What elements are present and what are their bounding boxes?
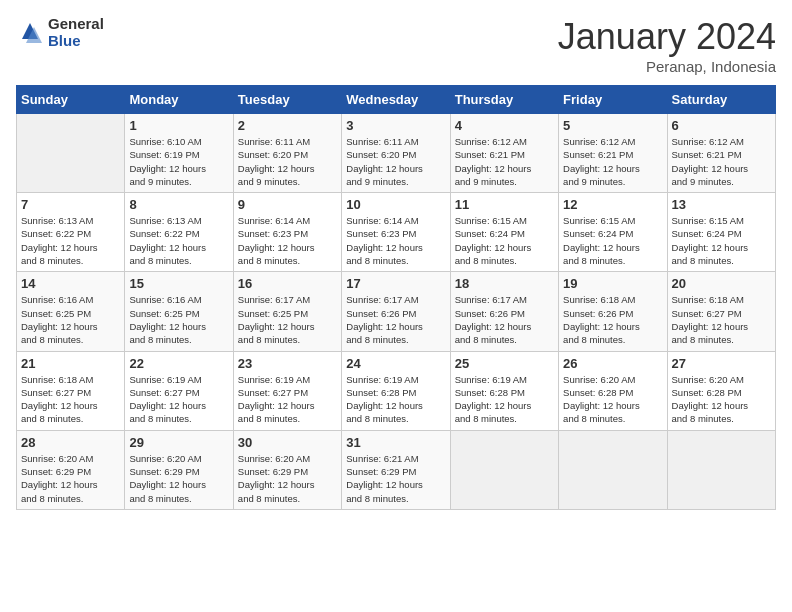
day-number: 19 [563,276,662,291]
weekday-header-monday: Monday [125,86,233,114]
day-number: 27 [672,356,771,371]
day-info: Sunrise: 6:15 AMSunset: 6:24 PMDaylight:… [672,214,771,267]
calendar-cell: 10Sunrise: 6:14 AMSunset: 6:23 PMDayligh… [342,193,450,272]
day-info: Sunrise: 6:16 AMSunset: 6:25 PMDaylight:… [21,293,120,346]
calendar-cell: 8Sunrise: 6:13 AMSunset: 6:22 PMDaylight… [125,193,233,272]
day-number: 3 [346,118,445,133]
subtitle: Peranap, Indonesia [558,58,776,75]
calendar-cell: 13Sunrise: 6:15 AMSunset: 6:24 PMDayligh… [667,193,775,272]
weekday-header-sunday: Sunday [17,86,125,114]
calendar-cell: 12Sunrise: 6:15 AMSunset: 6:24 PMDayligh… [559,193,667,272]
day-number: 28 [21,435,120,450]
day-info: Sunrise: 6:11 AMSunset: 6:20 PMDaylight:… [238,135,337,188]
day-info: Sunrise: 6:18 AMSunset: 6:26 PMDaylight:… [563,293,662,346]
calendar-week-row: 28Sunrise: 6:20 AMSunset: 6:29 PMDayligh… [17,430,776,509]
calendar-cell: 1Sunrise: 6:10 AMSunset: 6:19 PMDaylight… [125,114,233,193]
calendar-cell: 17Sunrise: 6:17 AMSunset: 6:26 PMDayligh… [342,272,450,351]
day-info: Sunrise: 6:20 AMSunset: 6:29 PMDaylight:… [238,452,337,505]
day-number: 22 [129,356,228,371]
calendar-cell: 27Sunrise: 6:20 AMSunset: 6:28 PMDayligh… [667,351,775,430]
day-info: Sunrise: 6:15 AMSunset: 6:24 PMDaylight:… [563,214,662,267]
day-number: 26 [563,356,662,371]
day-info: Sunrise: 6:14 AMSunset: 6:23 PMDaylight:… [346,214,445,267]
calendar-cell: 21Sunrise: 6:18 AMSunset: 6:27 PMDayligh… [17,351,125,430]
day-info: Sunrise: 6:12 AMSunset: 6:21 PMDaylight:… [455,135,554,188]
calendar-cell [667,430,775,509]
calendar-cell: 22Sunrise: 6:19 AMSunset: 6:27 PMDayligh… [125,351,233,430]
day-number: 24 [346,356,445,371]
day-number: 15 [129,276,228,291]
calendar-cell: 23Sunrise: 6:19 AMSunset: 6:27 PMDayligh… [233,351,341,430]
calendar-cell: 18Sunrise: 6:17 AMSunset: 6:26 PMDayligh… [450,272,558,351]
day-number: 18 [455,276,554,291]
weekday-header-friday: Friday [559,86,667,114]
day-number: 30 [238,435,337,450]
day-info: Sunrise: 6:20 AMSunset: 6:28 PMDaylight:… [563,373,662,426]
day-info: Sunrise: 6:20 AMSunset: 6:29 PMDaylight:… [21,452,120,505]
logo-icon [16,19,44,47]
calendar-cell: 25Sunrise: 6:19 AMSunset: 6:28 PMDayligh… [450,351,558,430]
weekday-header-thursday: Thursday [450,86,558,114]
month-title: January 2024 [558,16,776,58]
calendar-week-row: 7Sunrise: 6:13 AMSunset: 6:22 PMDaylight… [17,193,776,272]
calendar-week-row: 1Sunrise: 6:10 AMSunset: 6:19 PMDaylight… [17,114,776,193]
day-info: Sunrise: 6:12 AMSunset: 6:21 PMDaylight:… [563,135,662,188]
day-number: 9 [238,197,337,212]
calendar-cell: 11Sunrise: 6:15 AMSunset: 6:24 PMDayligh… [450,193,558,272]
calendar-cell: 9Sunrise: 6:14 AMSunset: 6:23 PMDaylight… [233,193,341,272]
calendar-cell: 24Sunrise: 6:19 AMSunset: 6:28 PMDayligh… [342,351,450,430]
day-number: 4 [455,118,554,133]
calendar-cell: 28Sunrise: 6:20 AMSunset: 6:29 PMDayligh… [17,430,125,509]
calendar-cell: 31Sunrise: 6:21 AMSunset: 6:29 PMDayligh… [342,430,450,509]
calendar-cell: 26Sunrise: 6:20 AMSunset: 6:28 PMDayligh… [559,351,667,430]
day-number: 11 [455,197,554,212]
calendar-week-row: 14Sunrise: 6:16 AMSunset: 6:25 PMDayligh… [17,272,776,351]
calendar-cell: 29Sunrise: 6:20 AMSunset: 6:29 PMDayligh… [125,430,233,509]
day-number: 10 [346,197,445,212]
calendar-cell: 3Sunrise: 6:11 AMSunset: 6:20 PMDaylight… [342,114,450,193]
logo-blue: Blue [48,32,81,49]
day-info: Sunrise: 6:15 AMSunset: 6:24 PMDaylight:… [455,214,554,267]
calendar-cell: 5Sunrise: 6:12 AMSunset: 6:21 PMDaylight… [559,114,667,193]
day-number: 14 [21,276,120,291]
day-number: 31 [346,435,445,450]
calendar-cell: 2Sunrise: 6:11 AMSunset: 6:20 PMDaylight… [233,114,341,193]
day-number: 29 [129,435,228,450]
day-info: Sunrise: 6:12 AMSunset: 6:21 PMDaylight:… [672,135,771,188]
day-info: Sunrise: 6:16 AMSunset: 6:25 PMDaylight:… [129,293,228,346]
calendar-cell: 7Sunrise: 6:13 AMSunset: 6:22 PMDaylight… [17,193,125,272]
day-number: 6 [672,118,771,133]
day-info: Sunrise: 6:18 AMSunset: 6:27 PMDaylight:… [21,373,120,426]
calendar-cell: 14Sunrise: 6:16 AMSunset: 6:25 PMDayligh… [17,272,125,351]
calendar-cell [450,430,558,509]
day-number: 2 [238,118,337,133]
day-number: 1 [129,118,228,133]
day-number: 13 [672,197,771,212]
day-info: Sunrise: 6:19 AMSunset: 6:27 PMDaylight:… [238,373,337,426]
day-info: Sunrise: 6:19 AMSunset: 6:28 PMDaylight:… [346,373,445,426]
weekday-header-row: SundayMondayTuesdayWednesdayThursdayFrid… [17,86,776,114]
title-area: January 2024 Peranap, Indonesia [558,16,776,75]
logo-general: General [48,15,104,32]
day-info: Sunrise: 6:19 AMSunset: 6:27 PMDaylight:… [129,373,228,426]
day-number: 23 [238,356,337,371]
day-info: Sunrise: 6:20 AMSunset: 6:29 PMDaylight:… [129,452,228,505]
calendar-table: SundayMondayTuesdayWednesdayThursdayFrid… [16,85,776,510]
day-info: Sunrise: 6:19 AMSunset: 6:28 PMDaylight:… [455,373,554,426]
day-number: 21 [21,356,120,371]
day-info: Sunrise: 6:14 AMSunset: 6:23 PMDaylight:… [238,214,337,267]
calendar-cell: 4Sunrise: 6:12 AMSunset: 6:21 PMDaylight… [450,114,558,193]
day-number: 7 [21,197,120,212]
weekday-header-tuesday: Tuesday [233,86,341,114]
weekday-header-wednesday: Wednesday [342,86,450,114]
calendar-cell: 19Sunrise: 6:18 AMSunset: 6:26 PMDayligh… [559,272,667,351]
day-info: Sunrise: 6:13 AMSunset: 6:22 PMDaylight:… [129,214,228,267]
header: General Blue January 2024 Peranap, Indon… [16,16,776,75]
day-number: 17 [346,276,445,291]
logo: General Blue [16,16,104,49]
day-info: Sunrise: 6:10 AMSunset: 6:19 PMDaylight:… [129,135,228,188]
day-info: Sunrise: 6:20 AMSunset: 6:28 PMDaylight:… [672,373,771,426]
day-number: 12 [563,197,662,212]
day-info: Sunrise: 6:18 AMSunset: 6:27 PMDaylight:… [672,293,771,346]
weekday-header-saturday: Saturday [667,86,775,114]
